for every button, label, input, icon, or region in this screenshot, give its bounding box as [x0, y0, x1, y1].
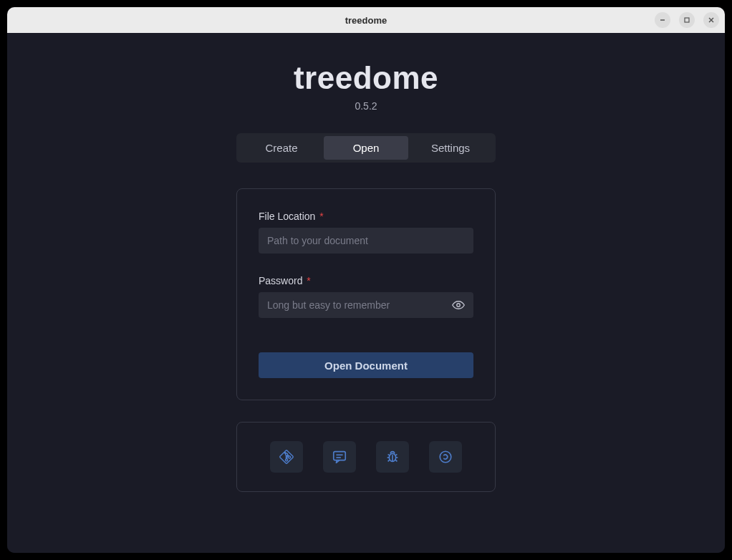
eye-icon — [452, 299, 465, 312]
app-version: 0.5.2 — [355, 100, 377, 112]
open-document-button[interactable]: Open Document — [259, 352, 473, 378]
password-input-wrap — [259, 292, 473, 318]
chat-icon — [332, 449, 347, 465]
bug-link-button[interactable] — [376, 441, 409, 473]
tabs-container: Create Open Settings — [236, 133, 496, 163]
copyleft-icon — [438, 449, 453, 465]
git-icon — [279, 449, 294, 465]
bug-icon — [385, 449, 400, 465]
app-window: treedome treedome 0.5.2 Create Open Sett… — [7, 7, 725, 553]
tab-open[interactable]: Open — [324, 136, 408, 160]
svg-rect-5 — [334, 452, 346, 460]
titlebar: treedome — [7, 7, 725, 33]
file-location-label-text: File Location — [259, 211, 315, 222]
svg-line-14 — [388, 460, 390, 462]
password-label-text: Password — [259, 275, 302, 286]
toggle-password-visibility[interactable] — [449, 296, 468, 314]
content-area: treedome 0.5.2 Create Open Settings File… — [7, 33, 725, 553]
app-title: treedome — [294, 60, 438, 96]
minimize-icon — [659, 16, 666, 24]
required-asterisk: * — [319, 211, 323, 222]
tab-create[interactable]: Create — [239, 136, 324, 160]
svg-line-13 — [395, 454, 398, 455]
password-input[interactable] — [259, 292, 473, 318]
svg-rect-1 — [685, 18, 689, 22]
open-form: File Location * Password * — [236, 188, 496, 400]
file-location-input-wrap — [259, 228, 473, 254]
window-title: treedome — [345, 15, 387, 26]
maximize-button[interactable] — [679, 12, 695, 28]
license-link-button[interactable] — [429, 441, 462, 473]
minimize-button[interactable] — [655, 12, 670, 28]
close-icon — [708, 16, 715, 24]
maximize-icon — [683, 16, 690, 24]
window-controls — [655, 12, 719, 28]
svg-line-15 — [395, 460, 398, 462]
file-location-label: File Location * — [259, 211, 473, 222]
chat-link-button[interactable] — [323, 441, 356, 473]
tab-settings[interactable]: Settings — [408, 136, 493, 160]
required-asterisk: * — [307, 275, 310, 286]
file-location-input[interactable] — [259, 228, 473, 254]
links-card — [236, 422, 496, 492]
close-button[interactable] — [703, 12, 719, 28]
svg-point-4 — [457, 304, 461, 307]
svg-point-16 — [440, 451, 451, 463]
svg-line-12 — [388, 454, 390, 455]
git-link-button[interactable] — [270, 441, 303, 473]
password-label: Password * — [259, 275, 473, 286]
